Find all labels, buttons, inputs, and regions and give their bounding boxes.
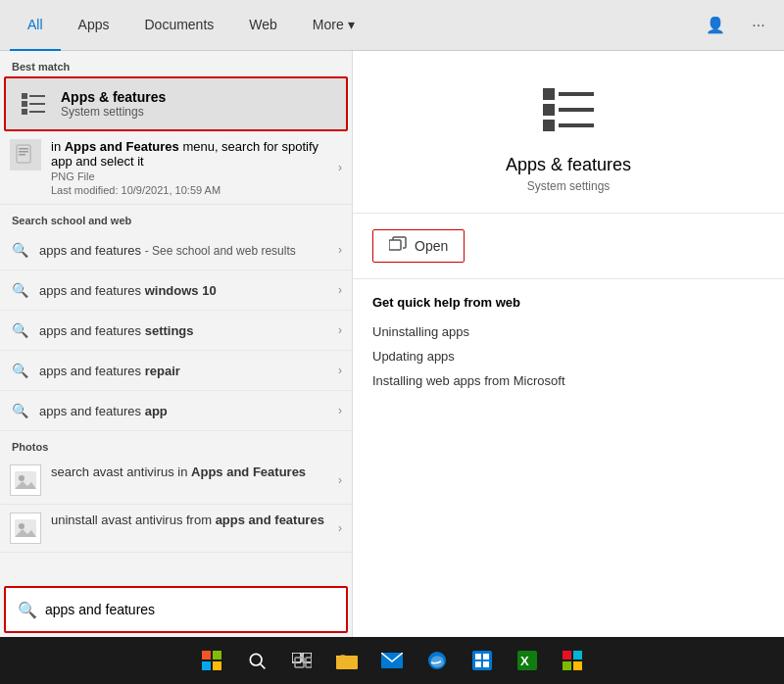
search-icon-1: 🔍: [10, 280, 29, 300]
svg-rect-25: [202, 661, 211, 670]
svg-text:X: X: [520, 654, 529, 668]
svg-point-14: [19, 523, 24, 529]
svg-rect-7: [19, 148, 28, 150]
svg-rect-41: [483, 661, 489, 667]
right-app-subtitle: System settings: [527, 179, 611, 193]
file-result-title: in Apps and Features menu, search for sp…: [51, 139, 334, 169]
main-content: Best match Apps & features System settin…: [0, 51, 784, 637]
search-result-text-2: apps and features settings: [39, 323, 334, 338]
svg-rect-18: [543, 120, 555, 131]
taskbar: X: [0, 637, 784, 684]
best-match-item[interactable]: Apps & features System settings: [4, 76, 348, 131]
photo-icon-0: [10, 464, 41, 496]
file-icon: [10, 139, 41, 171]
photo-result-0[interactable]: search avast antivirus in Apps and Featu…: [0, 457, 352, 505]
file-explorer-btn[interactable]: [327, 641, 367, 680]
more-options-btn[interactable]: ···: [743, 10, 774, 41]
search-result-text-4: apps and features app: [39, 404, 334, 418]
chevron-down-icon: ▾: [348, 17, 355, 32]
svg-rect-22: [389, 240, 401, 250]
search-result-text-0: apps and features - See school and web r…: [39, 243, 334, 258]
svg-rect-40: [475, 661, 481, 667]
best-match-label: Best match: [0, 51, 352, 76]
edge-btn[interactable]: [417, 641, 457, 680]
photo-result-1[interactable]: uninstall avast antivirus from apps and …: [0, 505, 352, 553]
right-header: Apps & features System settings: [353, 51, 784, 214]
svg-rect-17: [543, 104, 555, 116]
svg-point-11: [19, 475, 24, 481]
search-result-4[interactable]: 🔍 apps and features app ›: [0, 391, 352, 431]
quick-help-link-1[interactable]: Updating apps: [372, 344, 764, 368]
best-match-title: Apps & features: [61, 89, 166, 105]
store-btn[interactable]: [463, 641, 502, 680]
right-app-title: Apps & features: [506, 155, 631, 175]
quick-help-title: Get quick help from web: [372, 295, 764, 310]
tab-apps[interactable]: Apps: [61, 0, 127, 51]
svg-rect-23: [202, 651, 211, 660]
photos-label: Photos: [0, 431, 352, 457]
svg-rect-45: [573, 651, 582, 660]
svg-rect-9: [19, 154, 25, 156]
photo-result-arrow-1: ›: [338, 521, 342, 535]
svg-rect-1: [22, 101, 27, 107]
search-input[interactable]: [45, 602, 334, 617]
svg-rect-26: [213, 661, 221, 670]
xbox-btn[interactable]: X: [508, 641, 547, 680]
svg-rect-21: [559, 123, 594, 127]
svg-rect-44: [563, 651, 571, 660]
svg-rect-5: [29, 111, 45, 113]
open-button[interactable]: Open: [372, 229, 465, 263]
search-result-arrow-0: ›: [338, 243, 342, 257]
open-label: Open: [415, 238, 448, 254]
nav-right-actions: 👤 ···: [700, 10, 774, 41]
tab-web[interactable]: Web: [231, 0, 295, 51]
top-navigation: All Apps Documents Web More ▾ 👤 ···: [0, 0, 784, 51]
task-view-btn[interactable]: [282, 641, 321, 680]
search-result-arrow-4: ›: [338, 404, 342, 417]
svg-rect-8: [19, 151, 28, 153]
person-icon-btn[interactable]: 👤: [700, 10, 731, 41]
tiles-btn[interactable]: [553, 641, 592, 680]
tab-documents[interactable]: Documents: [126, 0, 231, 51]
svg-rect-4: [29, 103, 45, 105]
start-button[interactable]: [192, 641, 231, 680]
left-panel: Best match Apps & features System settin…: [0, 51, 353, 637]
search-result-2[interactable]: 🔍 apps and features settings ›: [0, 311, 352, 351]
file-result-item[interactable]: in Apps and Features menu, search for sp…: [0, 131, 352, 205]
file-result-type: PNG File: [51, 171, 334, 182]
search-result-1[interactable]: 🔍 apps and features windows 10 ›: [0, 270, 352, 311]
search-icon-2: 🔍: [10, 320, 29, 340]
svg-rect-38: [475, 654, 481, 660]
svg-point-27: [250, 654, 262, 665]
search-bar-icon: 🔍: [18, 601, 37, 619]
svg-rect-19: [559, 92, 594, 96]
file-result-text: in Apps and Features menu, search for sp…: [51, 139, 334, 196]
best-match-text: Apps & features System settings: [61, 89, 166, 119]
right-app-icon: [537, 80, 600, 143]
photo-result-arrow-0: ›: [338, 473, 342, 487]
search-result-text-1: apps and features windows 10: [39, 283, 334, 298]
photo-result-text-1: uninstall avast antivirus from apps and …: [51, 513, 338, 527]
mail-btn[interactable]: [372, 641, 412, 680]
search-icon-3: 🔍: [10, 361, 29, 380]
search-result-0[interactable]: 🔍 apps and features - See school and web…: [0, 230, 352, 270]
file-result-arrow: ›: [338, 161, 342, 174]
quick-help-link-2[interactable]: Installing web apps from Microsoft: [372, 368, 764, 393]
open-icon: [389, 236, 407, 256]
search-icon-4: 🔍: [10, 401, 29, 420]
tab-all[interactable]: All: [10, 0, 61, 51]
search-result-arrow-2: ›: [338, 323, 342, 337]
quick-help-link-0[interactable]: Uninstalling apps: [372, 319, 764, 344]
search-taskbar-btn[interactable]: [237, 641, 276, 680]
right-panel: Apps & features System settings Open Get…: [353, 51, 784, 637]
open-btn-area: Open: [353, 214, 784, 279]
tab-more[interactable]: More ▾: [295, 0, 372, 51]
svg-rect-20: [559, 108, 594, 112]
search-result-3[interactable]: 🔍 apps and features repair ›: [0, 351, 352, 391]
svg-rect-39: [483, 654, 489, 660]
svg-rect-46: [563, 661, 571, 670]
search-result-arrow-3: ›: [338, 364, 342, 377]
svg-rect-24: [213, 651, 221, 660]
search-bar: 🔍: [4, 586, 348, 633]
apps-features-icon: [16, 86, 51, 122]
